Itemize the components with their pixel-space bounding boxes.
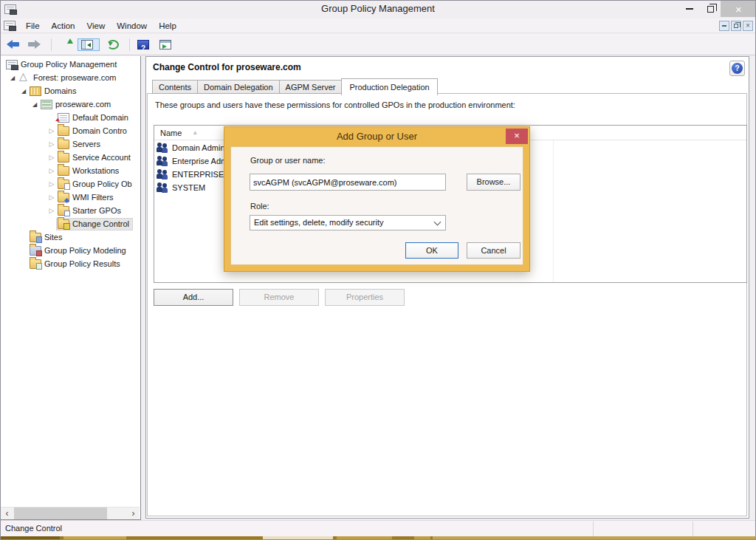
tree-item-body: Default Domain: [57, 112, 131, 123]
tree-item-label: Group Policy Results: [44, 259, 120, 268]
item-file[interactable]: File: [20, 18, 46, 33]
scroll-left-icon[interactable]: ‹: [1, 507, 13, 519]
taskbar-segment: [63, 536, 126, 539]
description-text: These groups and users have these permis…: [155, 100, 515, 109]
tree-item-label: Default Domain: [72, 113, 128, 122]
child-close-button[interactable]: ×: [743, 21, 753, 31]
scroll-right-icon[interactable]: ›: [127, 507, 140, 519]
toolbar-forward-button[interactable]: [25, 38, 52, 51]
domains-icon: [30, 86, 41, 96]
properties-button[interactable]: Properties: [325, 289, 405, 306]
item-workstations[interactable]: ▷ Workstations: [1, 164, 140, 177]
collapse-icon[interactable]: ◢: [30, 101, 40, 108]
tree-item-body: Starter GPOs: [57, 205, 124, 216]
toolbar-show-console-tree-button[interactable]: [78, 38, 100, 51]
item-production-delegation[interactable]: Production Delegation: [341, 78, 437, 95]
tree-item-label: Forest: proseware.com: [33, 73, 116, 82]
role-label: Role:: [250, 202, 269, 211]
item-domain-delegation[interactable]: Domain Delegation: [197, 80, 280, 94]
tree-item-body: proseware.com: [40, 99, 114, 110]
scrollbar-thumb[interactable]: [14, 507, 107, 519]
domain-icon: [41, 100, 52, 109]
folder-icon: [58, 126, 69, 136]
browse-button[interactable]: Browse...: [467, 174, 520, 191]
expand-icon[interactable]: ▷: [47, 154, 57, 161]
group-name-label: Group or user name:: [250, 156, 326, 165]
child-restore-button[interactable]: [731, 21, 741, 31]
chevron-down-icon: [434, 219, 441, 226]
tree-item-label: Group Policy Management: [21, 60, 117, 69]
taskbar-segment: [1, 536, 60, 539]
item-agpm-server[interactable]: AGPM Server: [279, 80, 343, 94]
tree-item-label: Sites: [44, 233, 62, 242]
expand-icon[interactable]: ▷: [47, 180, 57, 188]
remove-button[interactable]: Remove: [239, 289, 319, 306]
item-wmi-filters[interactable]: ▷ WMI Filters: [1, 191, 140, 204]
new-window-icon: [159, 40, 171, 49]
toolbar-back-button[interactable]: [3, 38, 25, 51]
close-button[interactable]: ×: [721, 1, 756, 17]
expand-icon[interactable]: ▷: [47, 167, 57, 174]
users-icon: [157, 182, 169, 193]
group-policy-management-window: Group Policy Management × File Action Vi…: [0, 0, 756, 540]
item-group-policy-modeling[interactable]: Group Policy Modeling: [1, 244, 140, 257]
collapse-icon[interactable]: ◢: [7, 75, 18, 81]
dialog-title: Add Group or User: [224, 127, 529, 146]
item-service-account[interactable]: ▷ Service Account: [1, 151, 140, 164]
tree-item-body: Group Policy Management: [5, 59, 120, 70]
toolbar-refresh-button[interactable]: [103, 38, 130, 51]
role-selected-value: Edit settings, delete, modify security: [254, 218, 383, 227]
add-button[interactable]: Add...: [154, 289, 233, 306]
item-change-control[interactable]: Change Control: [1, 217, 140, 230]
expand-icon[interactable]: ▷: [47, 127, 57, 134]
taskbar-edge[interactable]: [1, 536, 755, 539]
tree-horizontal-scrollbar[interactable]: ‹ ›: [1, 507, 140, 519]
item-domain-contro[interactable]: ▷ Domain Contro: [1, 124, 140, 137]
role-dropdown[interactable]: Edit settings, delete, modify security: [250, 215, 446, 230]
item-contents[interactable]: Contents: [152, 80, 198, 94]
wmi-folder-icon: [58, 193, 69, 202]
toolbar-up-one-level-button[interactable]: [55, 37, 78, 52]
item-group-policy-results[interactable]: Group Policy Results: [1, 257, 140, 270]
child-minimize-button[interactable]: [719, 21, 729, 31]
dialog-close-button[interactable]: ×: [506, 129, 528, 144]
row-name: Domain Admins: [172, 143, 229, 152]
item-starter-gpos[interactable]: ▷ Starter GPOs: [1, 204, 140, 217]
taskbar-segment: [433, 536, 755, 539]
gpo-icon: [58, 113, 69, 123]
title-bar: Group Policy Management ×: [1, 1, 755, 18]
item-window[interactable]: Window: [111, 18, 153, 33]
dialog-close-icon: ×: [514, 130, 520, 141]
item-help[interactable]: Help: [153, 18, 182, 33]
toolbar-new-window-button[interactable]: [156, 38, 178, 51]
toolbar-help-button[interactable]: [134, 38, 156, 51]
item-forest-proseware-com[interactable]: ◢ Forest: proseware.com: [1, 71, 140, 84]
refresh-icon: [107, 40, 119, 49]
item-sites[interactable]: Sites: [1, 230, 140, 244]
minimize-button[interactable]: [680, 1, 699, 17]
help-button[interactable]: ?: [729, 61, 745, 76]
group-name-input[interactable]: [250, 174, 446, 191]
item-default-domain[interactable]: Default Domain: [1, 111, 140, 124]
child-minimize-icon: [722, 25, 726, 27]
item-domains[interactable]: ◢ Domains: [1, 84, 140, 98]
item-group-policy-ob[interactable]: ▷ Group Policy Ob: [1, 177, 140, 191]
status-divider: [693, 522, 693, 537]
ok-button[interactable]: OK: [405, 242, 458, 259]
collapse-icon[interactable]: ◢: [18, 88, 29, 95]
tree-item-label: Domains: [44, 86, 76, 95]
expand-icon[interactable]: ▷: [47, 194, 57, 201]
cancel-button[interactable]: Cancel: [467, 242, 520, 259]
restore-button[interactable]: [701, 1, 720, 17]
item-group-policy-management[interactable]: Group Policy Management: [1, 58, 140, 71]
item-servers[interactable]: ▷ Servers: [1, 137, 140, 151]
expand-icon[interactable]: ▷: [47, 207, 57, 214]
expand-icon[interactable]: ▷: [47, 140, 57, 148]
item-proseware-com[interactable]: ◢ proseware.com: [1, 98, 140, 111]
item-view[interactable]: View: [81, 18, 111, 33]
tree-item-label: Group Policy Ob: [72, 180, 132, 188]
taskbar-segment: [263, 536, 333, 539]
item-action[interactable]: Action: [46, 18, 81, 33]
results-pane: Change Control for proseware.com ? Conte…: [145, 56, 749, 519]
tree-item-label: proseware.com: [55, 100, 111, 109]
